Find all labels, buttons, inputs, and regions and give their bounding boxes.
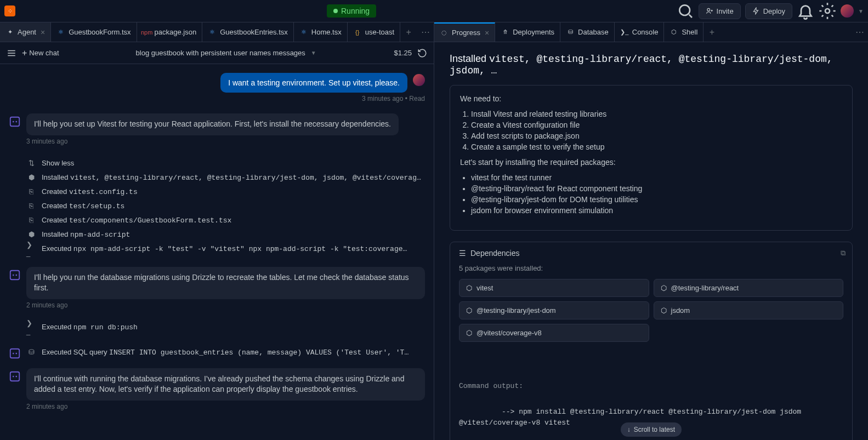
tab-guestbookentries-tsx[interactable]: ⚛GuestbookEntries.tsx	[202, 22, 294, 42]
message-meta: 2 minutes ago	[26, 301, 425, 309]
rocket-icon: ⤊	[501, 28, 509, 37]
package-item: ⬡@vitest/coverage-v8	[459, 324, 649, 342]
plan-box: We need to: Install Vitest and related t…	[450, 85, 853, 231]
deploy-button[interactable]: Deploy	[745, 3, 792, 19]
plan-step: Create a sample test to verify the setup	[471, 142, 842, 151]
command-output-label: Command output:	[459, 381, 843, 392]
package-item: ⬡vitest	[459, 279, 649, 297]
tab-label: Console	[632, 28, 659, 36]
tab-progress[interactable]: ◌Progress×	[434, 22, 495, 42]
editor-tabbar: ✦Agent×⚛GuestbookForm.tsxnpmpackage.json…	[0, 22, 434, 42]
terminal-icon: ❯_	[620, 28, 629, 37]
message-meta: 3 minutes ago	[26, 138, 425, 145]
tab-database[interactable]: ⛁Database	[560, 22, 615, 42]
timeline-item[interactable]: ⛁Executed SQL query INSERT INTO guestboo…	[26, 345, 425, 359]
settings-gear-icon[interactable]	[819, 2, 836, 20]
panel-tabbar: ◌Progress×⤊Deployments⛁Database❯_Console…	[434, 22, 868, 42]
terminal-icon: ❯_	[26, 244, 36, 254]
close-icon[interactable]: ×	[485, 28, 489, 37]
file-plus-icon: ⎘	[26, 187, 36, 197]
user-message: I want a testing environment. Set up vit…	[220, 73, 407, 93]
tab-guestbookform-tsx[interactable]: ⚛GuestbookForm.tsx	[51, 22, 137, 42]
npm-icon: npm	[143, 28, 151, 37]
terminal-icon: ❯_	[26, 322, 36, 332]
scroll-to-latest-button[interactable]: ↓Scroll to latest	[621, 422, 682, 437]
timeline-item[interactable]: ⎘Created vitest.config.ts	[26, 185, 425, 199]
user-avatar[interactable]	[841, 4, 854, 18]
tab-label: Agent	[18, 28, 36, 36]
chat-pane: I want a testing environment. Set up vit…	[0, 64, 434, 440]
tab-home-tsx[interactable]: ⚛Home.tsx	[294, 22, 348, 42]
package-item: ⬡@testing-library/react	[654, 279, 844, 297]
package-item: ⬡jsdom	[654, 301, 844, 319]
svg-rect-6	[10, 270, 20, 279]
more-icon[interactable]: ⋯	[852, 27, 868, 37]
menu-icon[interactable]	[7, 48, 16, 58]
tab-use-toast[interactable]: {}use-toast	[348, 22, 400, 42]
dependencies-card: ☰Dependencies⧉ 5 packages were installed…	[450, 242, 853, 440]
tab-label: Database	[578, 28, 609, 36]
svg-point-11	[15, 352, 17, 354]
package-item: ⬡@testing-library/jest-dom	[459, 301, 649, 319]
cube-icon: ⬡	[661, 284, 667, 292]
plan-list: Install Vitest and related testing libra…	[460, 110, 842, 151]
plan-bullet: @testing-library/react for React compone…	[471, 184, 842, 193]
svg-rect-3	[10, 117, 20, 127]
svg-point-14	[15, 375, 17, 377]
svg-point-5	[15, 121, 17, 123]
breadcrumb-title: blog guestbook with persistent user name…	[136, 49, 305, 57]
svg-point-8	[15, 274, 17, 276]
tab-label: GuestbookForm.tsx	[69, 28, 131, 36]
braces-icon: {}	[353, 28, 362, 37]
plan-step: Add test scripts to package.json	[471, 132, 842, 140]
caret-down-icon[interactable]: ▼	[858, 8, 864, 14]
copy-icon[interactable]: ⧉	[841, 249, 846, 258]
tab-label: Progress	[452, 28, 480, 37]
new-chat-button[interactable]: +New chat	[22, 48, 59, 58]
shell-icon: ⬡	[670, 28, 678, 37]
db-icon: ⛁	[26, 347, 36, 357]
tab-console[interactable]: ❯_Console	[615, 22, 665, 42]
timeline-item[interactable]: ❯_Executed npm run db:push	[26, 320, 425, 334]
invite-button[interactable]: Invite	[699, 3, 741, 19]
cube-icon: ⬡	[661, 306, 667, 315]
message-meta: 2 minutes ago	[26, 403, 425, 410]
file-plus-icon: ⎘	[26, 201, 36, 211]
timeline-item[interactable]: ⬢Installed vitest, @testing-library/reac…	[26, 170, 425, 185]
close-icon[interactable]: ×	[41, 28, 45, 37]
plan-step: Install Vitest and related testing libra…	[471, 110, 842, 118]
add-tab-button[interactable]: +	[400, 27, 417, 37]
bullet-list: vitest for the test runner@testing-libra…	[460, 173, 842, 215]
user-avatar-small	[413, 74, 425, 86]
tab-label: Home.tsx	[311, 28, 342, 36]
react-icon: ⚛	[56, 28, 65, 37]
bell-icon[interactable]	[797, 2, 814, 20]
agent-message: I'll help you run the database migration…	[26, 267, 425, 299]
timeline-item[interactable]: ⎘Created test/components/GuestbookForm.t…	[26, 213, 425, 227]
tab-agent[interactable]: ✦Agent×	[0, 22, 51, 42]
search-icon[interactable]	[677, 2, 694, 20]
svg-rect-12	[10, 372, 20, 381]
refresh-icon[interactable]	[417, 48, 427, 58]
more-icon[interactable]: ⋯	[417, 27, 434, 37]
message-meta: 3 minutes ago • Read	[9, 95, 425, 102]
layers-icon: ☰	[459, 249, 466, 258]
tab-shell[interactable]: ⬡Shell	[664, 22, 704, 42]
loader-icon: ◌	[440, 28, 449, 37]
cube-icon: ⬡	[466, 284, 472, 292]
svg-point-2	[825, 9, 830, 13]
plan-bullet: @testing-library/jest-dom for DOM testin…	[471, 195, 842, 204]
timeline-item[interactable]: ⎘Created test/setup.ts	[26, 199, 425, 213]
cube-icon: ⬡	[466, 329, 472, 337]
timeline-item[interactable]: ❯_Executed npx npm-add-script -k "test" …	[26, 242, 425, 256]
svg-point-13	[13, 375, 14, 377]
svg-point-1	[707, 8, 710, 11]
add-tab-button[interactable]: +	[704, 27, 720, 37]
run-status-pill[interactable]: Running	[327, 4, 376, 18]
tab-deployments[interactable]: ⤊Deployments	[495, 22, 560, 42]
tab-package-json[interactable]: npmpackage.json	[137, 22, 203, 42]
chevron-down-icon[interactable]: ▼	[311, 50, 316, 56]
file-plus-icon: ⎘	[26, 215, 36, 225]
timeline-item[interactable]: ⬢Installed npm-add-script	[26, 227, 425, 242]
show-less-toggle[interactable]: ⇅Show less	[26, 156, 425, 170]
